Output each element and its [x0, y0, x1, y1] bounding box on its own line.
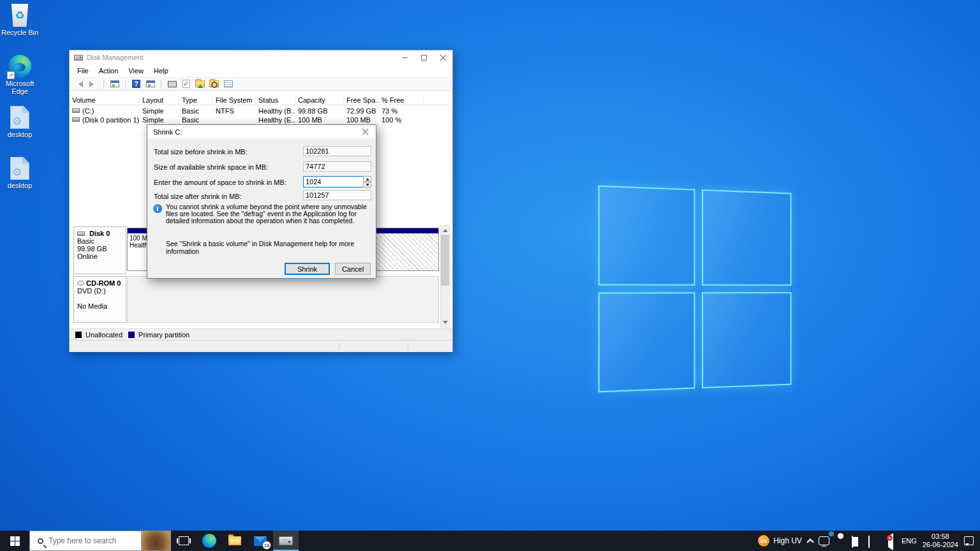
shrink-dialog: Shrink C: Total size before shrink in MB…	[147, 124, 376, 279]
browse-button[interactable]	[209, 79, 219, 89]
onedrive-icon[interactable]	[835, 536, 846, 545]
col-file-system[interactable]: File System	[213, 95, 256, 105]
menu-help[interactable]: Help	[149, 66, 174, 76]
scrollbar-thumb[interactable]	[441, 235, 449, 286]
primary-partition-swatch	[128, 332, 135, 338]
volume-row-partition1[interactable]: (Disk 0 partition 1) Simple Basic Health…	[70, 115, 452, 124]
cell-status: Healthy (E...	[256, 115, 295, 124]
shrink-amount-input[interactable]	[303, 176, 364, 187]
task-view-button[interactable]	[171, 531, 197, 551]
scroll-up-button[interactable]	[441, 226, 449, 235]
menu-action[interactable]: Action	[94, 66, 124, 76]
desktop-icon-desktop-file-1[interactable]: ⚙ desktop	[0, 106, 40, 138]
spinner-buttons	[363, 176, 371, 187]
volume-muted-icon[interactable]: ×	[885, 536, 896, 545]
maximize-button[interactable]	[414, 50, 433, 64]
forward-button[interactable]	[87, 79, 98, 89]
uv-icon: UV	[758, 535, 769, 547]
desktop-icon-desktop-file-2[interactable]: ⚙ desktop	[0, 157, 40, 189]
col-type[interactable]: Type	[179, 95, 213, 105]
shrink-button[interactable]: Shrink	[285, 263, 330, 275]
file-explorer-button[interactable]	[222, 531, 248, 551]
network-icon[interactable]	[868, 536, 879, 545]
taskbar: 16 UV High UV × ENG 03:58 26-06-2024	[0, 531, 980, 551]
cdrom-icon	[77, 281, 84, 286]
title-bar[interactable]: Disk Management	[70, 50, 452, 64]
col-capacity[interactable]: Capacity	[295, 95, 344, 105]
cancel-button[interactable]: Cancel	[335, 263, 371, 275]
properties-button[interactable]	[223, 79, 234, 89]
start-button[interactable]	[0, 531, 29, 551]
tray-device-icon[interactable]	[819, 536, 829, 545]
console-tree-button[interactable]	[109, 79, 120, 89]
check-document-icon: ✓	[182, 80, 190, 88]
dialog-title-bar[interactable]: Shrink C:	[147, 125, 376, 138]
taskbar-search[interactable]	[29, 531, 171, 551]
language-indicator[interactable]: ENG	[902, 537, 917, 545]
cdrom-empty-area	[127, 276, 439, 323]
windows-logo-pane	[598, 292, 695, 392]
desktop-icon-label: desktop	[0, 182, 40, 189]
scroll-down-button[interactable]	[441, 318, 449, 327]
disk-management-taskbar-button[interactable]	[273, 531, 299, 551]
taskbar-clock[interactable]: 03:58 26-06-2024	[923, 533, 958, 549]
back-button[interactable]	[73, 79, 84, 89]
menu-file[interactable]: File	[72, 66, 94, 76]
toolbar-separator	[161, 80, 161, 89]
disk0-size: 99.98 GB	[77, 245, 124, 253]
check-disk-button[interactable]: ✓	[181, 79, 191, 89]
volume-list-header[interactable]: Volume Layout Type File System Status Ca…	[70, 95, 452, 105]
cell-volume: (Disk 0 partition 1)	[70, 115, 140, 124]
col-layout[interactable]: Layout	[140, 95, 179, 105]
folder-icon	[228, 536, 241, 545]
mail-button[interactable]: 16	[248, 531, 273, 551]
spinner-down-button[interactable]	[363, 182, 371, 187]
dialog-close-button[interactable]	[354, 125, 376, 138]
menu-view[interactable]: View	[123, 66, 149, 76]
field-total-before: 102281	[303, 146, 371, 156]
details-list-icon	[224, 80, 233, 87]
search-input[interactable]	[48, 536, 124, 545]
console-window-icon	[110, 80, 119, 87]
col-status[interactable]: Status	[256, 95, 295, 105]
volume-row-c[interactable]: (C:) Simple Basic NTFS Healthy (B... 99.…	[70, 106, 452, 115]
tray-expand-chevron-icon[interactable]	[806, 538, 813, 545]
help-button[interactable]: ?	[131, 79, 142, 89]
label-total-before: Total size before shrink in MB:	[154, 148, 248, 156]
desktop-icon-recycle-bin[interactable]: ♻ Recycle Bin	[0, 4, 40, 36]
col-volume[interactable]: Volume	[70, 95, 140, 105]
battery-icon[interactable]	[852, 536, 863, 545]
info-text: You cannot shrink a volume beyond the po…	[166, 203, 373, 224]
cell-layout: Simple	[140, 115, 179, 124]
action-center-icon[interactable]	[964, 536, 974, 545]
spinner-up-button[interactable]	[363, 176, 371, 182]
windows-logo-pane	[598, 186, 695, 286]
col-pct-free[interactable]: % Free	[379, 95, 424, 105]
minimize-button[interactable]	[395, 50, 414, 64]
disk-drive-icon	[279, 536, 293, 545]
disk0-title: Disk 0	[89, 230, 110, 237]
folder-up-icon	[195, 80, 205, 87]
weather-uv-widget[interactable]: UV High UV	[758, 535, 802, 547]
extend-volume-button[interactable]	[195, 79, 205, 89]
cdrom-panel[interactable]: CD-ROM 0 DVD (D:) No Media	[73, 276, 126, 323]
network-monitor-icon	[868, 536, 870, 548]
windows-start-icon	[10, 536, 20, 546]
disk0-panel[interactable]: Disk 0 Basic 99.98 GB Online	[73, 226, 126, 274]
unallocated-swatch	[75, 332, 82, 338]
cdrom-drive-letter: DVD (D:)	[77, 287, 124, 295]
graph-scrollbar[interactable]	[440, 225, 450, 328]
disk0-type: Basic	[77, 237, 124, 245]
search-highlight-image[interactable]	[141, 531, 170, 550]
close-button[interactable]	[433, 50, 452, 64]
forward-arrow-icon	[89, 81, 97, 87]
back-arrow-icon	[75, 81, 83, 87]
col-free-space[interactable]: Free Spa...	[344, 95, 379, 105]
show-hide-button[interactable]	[145, 79, 156, 89]
close-icon	[362, 128, 369, 135]
legend-bar: Unallocated Primary partition	[70, 328, 452, 340]
desktop-icon-label: Recycle Bin	[0, 29, 40, 36]
display-options-button[interactable]	[167, 79, 177, 89]
desktop-icon-microsoft-edge[interactable]: ↗ Microsoft Edge	[0, 55, 40, 95]
taskbar-edge-button[interactable]	[197, 531, 222, 551]
